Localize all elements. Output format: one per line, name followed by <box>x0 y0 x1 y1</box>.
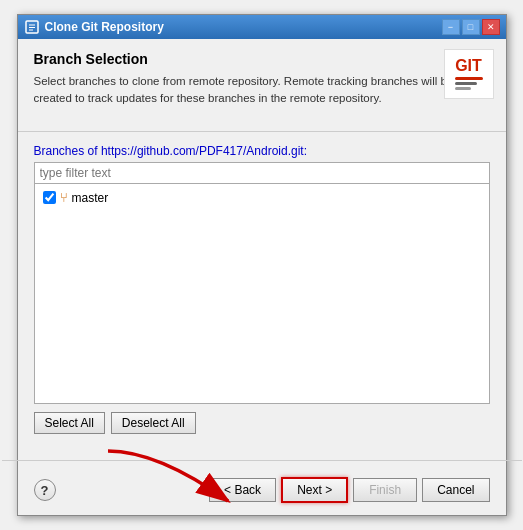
branches-label: Branches of https://github.com/PDF417/An… <box>34 144 490 158</box>
description: Select branches to clone from remote rep… <box>34 73 490 108</box>
title-bar-left: Clone Git Repository <box>24 19 164 35</box>
action-buttons: Select All Deselect All <box>34 412 490 434</box>
window-title: Clone Git Repository <box>45 20 164 34</box>
clone-git-dialog: Clone Git Repository − □ ✕ GIT Branch Se… <box>17 14 507 517</box>
next-button[interactable]: Next > <box>281 477 348 503</box>
branches-label-prefix: Branches of <box>34 144 101 158</box>
header-area: GIT Branch Selection Select branches to … <box>18 39 506 133</box>
git-line-2 <box>455 82 477 85</box>
minimize-button[interactable]: − <box>442 19 460 35</box>
section-title: Branch Selection <box>34 51 490 67</box>
title-bar: Clone Git Repository − □ ✕ <box>18 15 506 39</box>
deselect-all-button[interactable]: Deselect All <box>111 412 196 434</box>
branch-name-master: master <box>72 191 109 205</box>
help-button[interactable]: ? <box>34 479 56 501</box>
git-logo-lines <box>455 77 483 90</box>
select-all-button[interactable]: Select All <box>34 412 105 434</box>
branches-url: https://github.com/PDF417/Android.git <box>101 144 304 158</box>
git-logo: GIT <box>444 49 494 99</box>
separator <box>2 460 522 461</box>
maximize-button[interactable]: □ <box>462 19 480 35</box>
finish-button[interactable]: Finish <box>353 478 417 502</box>
branches-colon: : <box>304 144 307 158</box>
title-controls: − □ ✕ <box>442 19 500 35</box>
git-line-3 <box>455 87 471 90</box>
back-button[interactable]: < Back <box>209 478 276 502</box>
window-icon <box>24 19 40 35</box>
content-area: Branches of https://github.com/PDF417/An… <box>18 132 506 460</box>
nav-buttons: < Back Next > Finish Cancel <box>209 477 489 503</box>
branch-item-master: ⑂ master <box>39 188 485 207</box>
close-button[interactable]: ✕ <box>482 19 500 35</box>
filter-input[interactable] <box>34 162 490 184</box>
bottom-bar: ? < Back Next > Finish Cancel <box>18 471 506 515</box>
branch-list: ⑂ master <box>34 184 490 404</box>
branch-checkbox-master[interactable] <box>43 191 56 204</box>
cancel-button[interactable]: Cancel <box>422 478 489 502</box>
branch-icon: ⑂ <box>60 190 68 205</box>
git-line-1 <box>455 77 483 80</box>
git-logo-text: GIT <box>455 57 482 75</box>
